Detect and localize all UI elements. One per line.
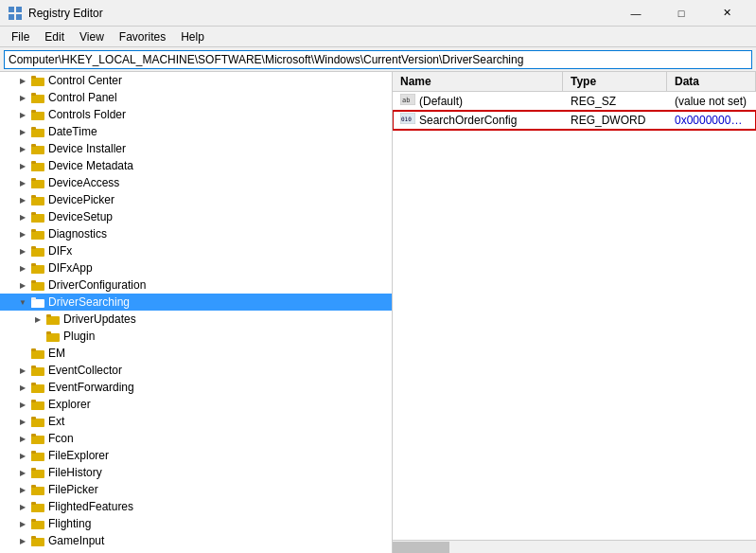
svg-text:010: 010 — [401, 116, 412, 122]
tree-item-flighted-features[interactable]: ▶ FlightedFeatures — [0, 498, 392, 515]
expand-button[interactable]: ▶ — [15, 158, 30, 173]
minimize-button[interactable]: — — [614, 4, 658, 23]
tree-item-label: DeviceAccess — [48, 176, 119, 189]
h-scrollbar-track[interactable] — [393, 541, 756, 554]
svg-rect-57 — [31, 366, 36, 368]
folder-icon — [30, 448, 45, 463]
tree-item-driver-searching[interactable]: ▼ DriverSearching — [0, 294, 392, 311]
folder-icon — [30, 158, 45, 173]
menu-edit[interactable]: Edit — [37, 28, 72, 45]
expand-button[interactable]: ▶ — [15, 431, 30, 446]
tree-item-fcon[interactable]: ▶ Fcon — [0, 430, 392, 447]
expand-button[interactable]: ▶ — [15, 124, 30, 139]
tree-item-date-time[interactable]: ▶ DateTime — [0, 123, 392, 140]
svg-rect-3 — [16, 14, 22, 20]
registry-value-icon: ab — [400, 94, 415, 105]
tree-item-label: Ext — [48, 415, 64, 428]
tree-item-controls-folder[interactable]: ▶ Controls Folder — [0, 106, 392, 123]
svg-rect-74 — [31, 470, 37, 478]
folder-icon — [30, 414, 45, 429]
data-rows: ab (Default)REG_SZ(value not set) 010 Se… — [393, 92, 756, 130]
tree-item-driver-configuration[interactable]: ▶ DriverConfiguration — [0, 276, 392, 294]
tree-item-device-installer[interactable]: ▶ Device Installer — [0, 140, 392, 157]
data-row-default-row[interactable]: ab (Default)REG_SZ(value not set) — [393, 92, 756, 111]
menu-favorites[interactable]: Favorites — [112, 28, 173, 45]
expand-button[interactable]: ▶ — [15, 192, 30, 207]
tree-item-file-explorer[interactable]: ▶ FileExplorer — [0, 447, 392, 464]
menu-file[interactable]: File — [4, 28, 37, 45]
tree-item-label: DeviceSetup — [48, 210, 113, 223]
h-scrollbar-thumb[interactable] — [393, 542, 449, 553]
expand-button[interactable]: ▶ — [15, 260, 30, 276]
expand-button[interactable]: ▶ — [15, 141, 30, 156]
expand-button[interactable]: ▶ — [15, 397, 30, 412]
expand-button[interactable]: ▶ — [15, 73, 30, 88]
folder-icon — [45, 329, 61, 344]
svg-rect-45 — [31, 297, 36, 300]
expand-button — [30, 329, 45, 344]
maximize-button[interactable]: □ — [659, 4, 703, 23]
menu-help[interactable]: Help — [173, 28, 212, 45]
tree-item-control-center[interactable]: ▶ Control Center — [0, 72, 392, 89]
tree-item-file-picker[interactable]: ▶ FilePicker — [0, 481, 392, 498]
tree-item-label: DIFxApp — [48, 261, 93, 275]
tree-item-label: FileHistory — [48, 466, 102, 479]
tree-item-device-metadata[interactable]: ▶ Device Metadata — [0, 157, 392, 174]
expand-button[interactable]: ▶ — [15, 243, 30, 259]
expand-button[interactable]: ▶ — [30, 312, 45, 327]
expand-button[interactable]: ▶ — [15, 226, 30, 241]
tree-item-device-picker[interactable]: ▶ DevicePicker — [0, 191, 392, 208]
tree-item-em[interactable]: EM — [0, 345, 392, 362]
tree-item-difx[interactable]: ▶ DIFx — [0, 242, 392, 259]
expand-button[interactable]: ▶ — [15, 380, 30, 395]
svg-rect-8 — [31, 95, 37, 103]
expand-button[interactable]: ▶ — [15, 465, 30, 480]
tree-item-driver-updates[interactable]: ▶ DriverUpdates — [0, 311, 392, 328]
data-cell-name: ab (Default) — [393, 92, 563, 110]
expand-button[interactable]: ▶ — [15, 516, 30, 531]
tree-item-explorer[interactable]: ▶ Explorer — [0, 396, 392, 413]
expand-button[interactable]: ▶ — [15, 277, 30, 293]
folder-icon — [30, 243, 45, 259]
tree-item-flighting[interactable]: ▶ Flighting — [0, 515, 392, 532]
tree-item-diagnostics[interactable]: ▶ Diagnostics — [0, 225, 392, 242]
expand-button[interactable]: ▶ — [15, 499, 30, 514]
svg-rect-11 — [31, 112, 37, 120]
tree-item-file-history[interactable]: ▶ FileHistory — [0, 464, 392, 481]
svg-rect-41 — [31, 282, 37, 291]
tree-item-device-access[interactable]: ▶ DeviceAccess — [0, 174, 392, 191]
expand-button[interactable]: ▶ — [15, 90, 30, 105]
expand-button[interactable]: ▼ — [15, 294, 30, 310]
expand-button[interactable]: ▶ — [15, 533, 30, 548]
expand-button[interactable]: ▶ — [15, 448, 30, 463]
tree-item-difxapp[interactable]: ▶ DIFxApp — [0, 259, 392, 276]
tree-item-device-setup[interactable]: ▶ DeviceSetup — [0, 208, 392, 225]
tree-item-control-panel[interactable]: ▶ Control Panel — [0, 89, 392, 106]
tree-item-label: FlightedFeatures — [48, 500, 133, 513]
expand-button[interactable]: ▶ — [15, 414, 30, 429]
tree-item-label: DIFx — [48, 244, 72, 258]
tree-item-game-input[interactable]: ▶ GameInput — [0, 532, 392, 549]
close-button[interactable]: ✕ — [705, 4, 748, 23]
expand-button[interactable]: ▶ — [15, 363, 30, 378]
tree-item-event-collector[interactable]: ▶ EventCollector — [0, 362, 392, 379]
svg-rect-50 — [46, 333, 52, 342]
expand-button[interactable]: ▶ — [15, 107, 30, 122]
address-input[interactable] — [4, 50, 752, 69]
tree-item-event-forwarding[interactable]: ▶ EventForwarding — [0, 379, 392, 396]
tree-panel[interactable]: ▶ Control Center▶ Control Panel▶ Control… — [0, 72, 393, 553]
tree-item-label: Explorer — [48, 398, 91, 411]
folder-icon — [30, 90, 45, 105]
horizontal-scrollbar[interactable] — [393, 540, 756, 553]
tree-item-ext[interactable]: ▶ Ext — [0, 413, 392, 430]
svg-rect-69 — [31, 434, 36, 437]
svg-rect-20 — [31, 163, 37, 171]
expand-button[interactable]: ▶ — [15, 482, 30, 497]
expand-button[interactable]: ▶ — [15, 175, 30, 190]
tree-item-plugin[interactable]: Plugin — [0, 328, 392, 345]
svg-rect-65 — [31, 419, 37, 427]
data-row-search-order-config[interactable]: 010 SearchOrderConfigREG_DWORD0x00000001… — [393, 111, 756, 130]
menu-view[interactable]: View — [72, 28, 112, 45]
folder-icon — [30, 533, 45, 548]
expand-button[interactable]: ▶ — [15, 209, 30, 224]
